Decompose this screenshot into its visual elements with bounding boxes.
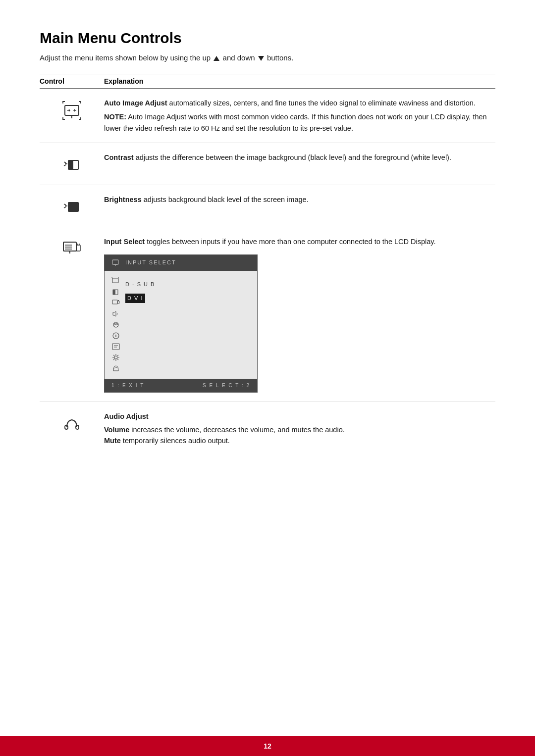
- svg-rect-10: [68, 160, 69, 169]
- dialog-item-dvi: D V I: [125, 291, 155, 305]
- svg-rect-30: [113, 290, 115, 295]
- audio-adjust-icon-cell: [40, 411, 104, 435]
- brightness-label: Brightness: [104, 196, 142, 203]
- svg-rect-18: [76, 245, 80, 251]
- brightness-text: Brightness adjusts background black leve…: [104, 194, 495, 205]
- dialog-icon-setup: [111, 353, 120, 362]
- dialog-icon-osd: [111, 342, 120, 351]
- svg-point-44: [114, 356, 117, 359]
- dialog-body: D - S U B D V I: [105, 271, 257, 379]
- svg-rect-14: [68, 202, 78, 211]
- dialog-header: INPUT SELECT: [105, 255, 257, 271]
- auto-image-adjust-icon: [61, 100, 83, 121]
- dvi-label: D V I: [125, 294, 145, 303]
- page-footer: 12: [0, 736, 535, 756]
- table-row: Brightness adjusts background black leve…: [40, 185, 495, 227]
- svg-line-7: [64, 165, 66, 166]
- table-row: Auto Image Adjust automatically sizes, c…: [40, 89, 495, 143]
- dialog-icon-auto: [111, 277, 120, 286]
- dialog-icon-memory: [111, 364, 120, 373]
- table-row: Audio Adjust Volume increases the volume…: [40, 402, 495, 455]
- dialog-item-dsub: D - S U B: [125, 278, 155, 291]
- dialog-icon-info: [111, 331, 120, 340]
- dialog-icon-audio: [111, 309, 120, 318]
- dialog-items: D - S U B D V I: [125, 275, 155, 375]
- dialog-footer: 1 : E X I T S E L E C T : 2: [105, 379, 257, 393]
- auto-image-adjust-label: Auto Image Adjust: [104, 99, 167, 107]
- brightness-icon: [61, 196, 83, 218]
- dialog-icon-input: [111, 299, 120, 307]
- svg-line-13: [64, 207, 66, 208]
- dsub-label: D - S U B: [125, 280, 155, 289]
- svg-rect-25: [112, 260, 118, 264]
- header-control: Control: [40, 77, 104, 85]
- dialog-icon-color: [111, 320, 120, 329]
- svg-rect-32: [117, 301, 119, 303]
- svg-line-46: [114, 367, 116, 368]
- page-content: Main Menu Controls Adjust the menu items…: [0, 0, 535, 495]
- volume-label: Volume: [104, 426, 129, 434]
- svg-rect-0: [65, 105, 79, 115]
- svg-rect-48: [65, 425, 68, 429]
- svg-point-40: [115, 334, 116, 335]
- audio-adjust-text: Audio Adjust Volume increases the volume…: [104, 411, 495, 446]
- table-container: Control Explanation: [40, 74, 495, 455]
- input-select-text: Input Select toggles between inputs if y…: [104, 236, 495, 393]
- svg-rect-31: [112, 300, 117, 304]
- intro-text: Adjust the menu items shown below by usi…: [40, 53, 495, 62]
- svg-rect-15: [63, 242, 76, 251]
- input-select-icon: [61, 237, 83, 259]
- svg-point-36: [114, 323, 116, 325]
- auto-image-adjust-text: Auto Image Adjust automatically sizes, c…: [104, 98, 495, 134]
- contrast-icon-cell: [40, 152, 104, 176]
- input-select-icon-cell: [40, 236, 104, 259]
- audio-adjust-icon: [61, 413, 83, 435]
- table-row: Input Select toggles between inputs if y…: [40, 227, 495, 402]
- dialog-icon-contrast: [111, 288, 120, 297]
- footer-exit: 1 : E X I T: [111, 382, 144, 390]
- svg-rect-9: [68, 160, 73, 169]
- input-select-label: Input Select: [104, 238, 145, 246]
- table-row: Contrast adjusts the difference between …: [40, 143, 495, 185]
- contrast-icon: [61, 154, 83, 176]
- note-label: NOTE:: [104, 113, 126, 121]
- dialog-header-label: INPUT SELECT: [125, 258, 176, 267]
- svg-line-12: [64, 204, 66, 205]
- brightness-icon-cell: [40, 194, 104, 218]
- svg-rect-41: [112, 344, 119, 350]
- dialog-header-icon: [111, 258, 120, 267]
- table-header: Control Explanation: [40, 74, 495, 89]
- header-explanation: Explanation: [104, 77, 495, 85]
- auto-image-adjust-icon-cell: [40, 98, 104, 121]
- contrast-label: Contrast: [104, 153, 134, 161]
- svg-line-47: [116, 367, 117, 368]
- page-title: Main Menu Controls: [40, 30, 495, 47]
- svg-line-6: [64, 162, 66, 163]
- page-number: 12: [264, 742, 271, 750]
- dialog-icon-list: [111, 275, 120, 375]
- svg-rect-49: [76, 425, 79, 429]
- mute-label: Mute: [104, 437, 121, 445]
- audio-adjust-label: Audio Adjust: [104, 411, 495, 422]
- footer-select: S E L E C T : 2: [203, 382, 250, 390]
- svg-point-37: [116, 323, 118, 325]
- contrast-text: Contrast adjusts the difference between …: [104, 152, 495, 163]
- input-select-dialog: INPUT SELECT: [104, 254, 258, 393]
- svg-rect-28: [112, 278, 118, 283]
